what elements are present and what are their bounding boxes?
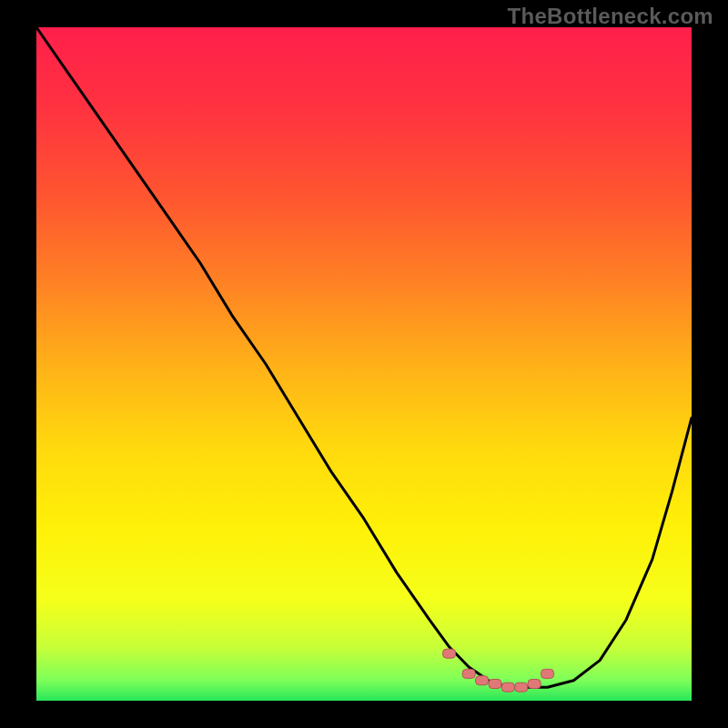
optimal-marker	[501, 682, 514, 692]
watermark-text: TheBottleneck.com	[508, 4, 713, 29]
chart-frame: TheBottleneck.com	[0, 0, 728, 728]
optimal-marker	[489, 680, 501, 689]
optimal-marker	[515, 682, 528, 692]
plot-background	[36, 27, 692, 701]
optimal-marker	[476, 676, 489, 685]
optimal-marker	[528, 680, 541, 689]
optimal-marker	[462, 669, 475, 678]
optimal-marker	[541, 669, 554, 678]
bottleneck-plot	[0, 0, 728, 728]
optimal-marker	[443, 649, 456, 658]
